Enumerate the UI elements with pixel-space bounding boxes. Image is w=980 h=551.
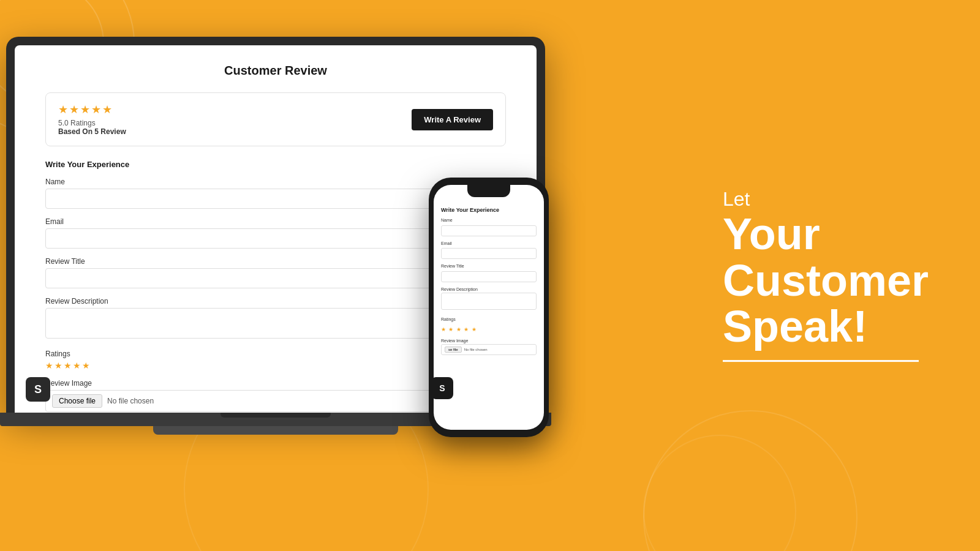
phone-email-input[interactable]: [441, 248, 537, 259]
phone-review-title-label: Review Title: [441, 264, 537, 268]
main-heading: Your Customer Speak!: [723, 211, 931, 350]
phone-star-4[interactable]: ★: [464, 326, 469, 332]
rating-star-5[interactable]: ★: [82, 361, 90, 370]
phone-name-group: Name: [441, 218, 537, 236]
no-file-text: No file chosen: [107, 397, 154, 405]
heading-line2: Customer: [723, 258, 931, 304]
rating-star-1[interactable]: ★: [45, 361, 53, 370]
phone-name-input[interactable]: [441, 225, 537, 236]
phone-device: Write Your Experience Name Email Review …: [429, 178, 549, 437]
phone-ratings-label: Ratings: [441, 317, 537, 321]
let-text: Let: [723, 189, 931, 209]
phone-review-desc-group: Review Description: [441, 287, 537, 312]
phone-ratings-stars[interactable]: ★ ★ ★ ★ ★: [441, 323, 537, 334]
rating-score: 5.0 Ratings: [58, 119, 126, 127]
phone-content: Write Your Experience Name Email Review …: [434, 185, 544, 430]
phone-star-2[interactable]: ★: [448, 326, 453, 332]
phone-image-group: Review Image S se file No file chosen: [441, 339, 537, 355]
rating-star-2[interactable]: ★: [55, 361, 62, 370]
rating-card: ★ ★ ★ ★ ★ 5.0 Ratings Based On 5 Review …: [45, 92, 506, 146]
rating-stars: ★ ★ ★ ★ ★: [58, 103, 126, 116]
rating-left: ★ ★ ★ ★ ★ 5.0 Ratings Based On 5 Review: [58, 103, 126, 136]
phone-review-title-group: Review Title: [441, 264, 537, 282]
star-1: ★: [58, 103, 68, 116]
star-4: ★: [91, 103, 101, 116]
phone-star-1[interactable]: ★: [441, 326, 446, 332]
page-title: Customer Review: [45, 64, 506, 78]
phone-no-file-text: No file chosen: [464, 348, 488, 351]
choose-file-button[interactable]: Choose file: [52, 394, 102, 408]
phone-ratings-group: Ratings ★ ★ ★ ★ ★: [441, 317, 537, 334]
phone-choose-file-button[interactable]: se file: [445, 347, 462, 353]
phone-screen: Write Your Experience Name Email Review …: [434, 185, 544, 430]
phone-star-3[interactable]: ★: [456, 326, 461, 332]
right-text-section: Let Your Customer Speak!: [723, 189, 931, 362]
heading-line3: Speak!: [723, 304, 931, 350]
rating-info: 5.0 Ratings Based On 5 Review: [58, 119, 126, 136]
divider-line: [723, 360, 919, 362]
phone-name-label: Name: [441, 218, 537, 222]
phone-review-title-input[interactable]: [441, 271, 537, 282]
laptop-stand: [153, 426, 398, 435]
phone-email-group: Email: [441, 241, 537, 260]
phone-notch: [467, 185, 510, 197]
phone-email-label: Email: [441, 241, 537, 246]
rating-based: Based On 5 Review: [58, 127, 126, 136]
star-5: ★: [102, 103, 112, 116]
phone-review-desc-textarea[interactable]: [441, 293, 537, 310]
heading-line1: Your: [723, 211, 931, 258]
phone-section-title: Write Your Experience: [441, 207, 537, 213]
shopify-icon-laptop: S: [26, 377, 50, 402]
star-2: ★: [69, 103, 79, 116]
shopify-icon-phone: S: [434, 377, 453, 399]
rating-star-3[interactable]: ★: [64, 361, 72, 370]
phone-outer: Write Your Experience Name Email Review …: [429, 178, 549, 437]
phone-image-label: Review Image: [441, 339, 537, 343]
phone-star-5[interactable]: ★: [472, 326, 477, 332]
phone-file-wrapper: S se file No file chosen: [441, 344, 537, 355]
star-3: ★: [80, 103, 90, 116]
phone-review-desc-label: Review Description: [441, 287, 537, 291]
form-section-title: Write Your Experience: [45, 160, 506, 169]
write-review-button[interactable]: Write A Review: [412, 109, 493, 130]
rating-star-4[interactable]: ★: [73, 361, 81, 370]
